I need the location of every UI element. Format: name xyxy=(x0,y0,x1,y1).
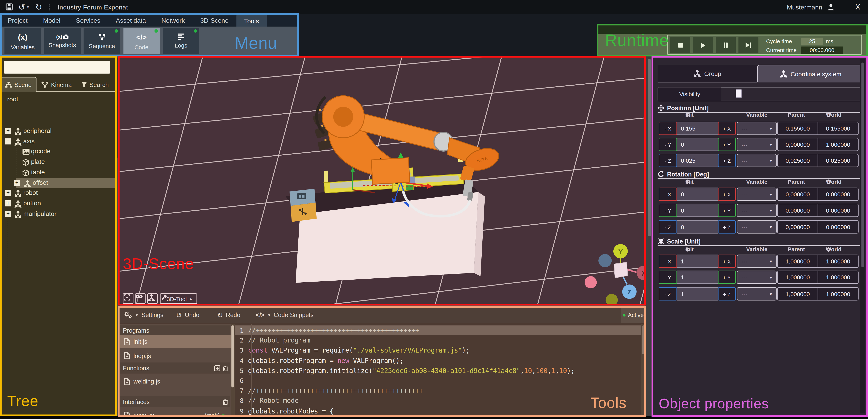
init-value-input[interactable]: 0 xyxy=(677,220,718,233)
file-item-welding.js[interactable]: welding.js xyxy=(120,375,230,388)
file-group-functions[interactable]: Functions xyxy=(120,362,230,374)
code-line-9[interactable]: 9▾globals.robotModes = { xyxy=(235,406,646,416)
save-icon[interactable] xyxy=(5,3,12,10)
file-item-asset.js[interactable]: asset.js(mqtt) xyxy=(120,408,230,415)
code-line-4[interactable]: 4globals.robotProgram = new VALProgram()… xyxy=(235,356,646,366)
decrement-z-button[interactable]: - Z xyxy=(659,220,677,233)
code-line-1[interactable]: 1//+++++++++++++++++++++++++++++++++++++… xyxy=(235,325,646,335)
increment-x-button[interactable]: + X xyxy=(718,122,736,135)
play-button[interactable] xyxy=(693,37,713,53)
init-value-input[interactable]: 0 xyxy=(677,204,718,217)
code-line-8[interactable]: 8// Robot mode xyxy=(235,396,646,406)
tree-tab-search[interactable]: Search xyxy=(76,77,113,92)
tree-expander[interactable]: − xyxy=(5,138,11,144)
variable-dropdown[interactable]: ---▼ xyxy=(737,255,777,268)
increment-y-button[interactable]: + Y xyxy=(718,138,736,151)
fold-marker[interactable]: ▾ xyxy=(248,409,250,413)
variable-dropdown[interactable]: ---▼ xyxy=(737,204,777,217)
tree-item-axis[interactable]: −axis xyxy=(0,136,117,147)
init-value-input[interactable]: 1 xyxy=(677,287,718,300)
tree-item-plate[interactable]: plate xyxy=(0,157,117,167)
increment-x-button[interactable]: + X xyxy=(718,255,736,268)
tree-item-table[interactable]: table xyxy=(0,168,117,178)
menu-tab-network[interactable]: Network xyxy=(154,14,192,27)
variable-dropdown[interactable]: ---▼ xyxy=(737,220,777,233)
decrement-y-button[interactable]: - Y xyxy=(659,271,677,284)
step-forward-button[interactable] xyxy=(738,37,758,53)
code-editor[interactable]: 1//+++++++++++++++++++++++++++++++++++++… xyxy=(235,324,646,416)
file-item-init.js[interactable]: init.js xyxy=(120,335,235,348)
visibility-checkbox[interactable] xyxy=(736,89,742,98)
menu-tab-tools[interactable]: Tools xyxy=(236,14,267,28)
properties-tab-group[interactable]: Group xyxy=(657,65,757,83)
variable-dropdown[interactable]: ---▼ xyxy=(737,271,777,284)
user-name[interactable]: Mustermann xyxy=(787,4,822,10)
code-snippets-menu[interactable]: </>▼ Code Snippets xyxy=(256,307,314,323)
increment-z-button[interactable]: + Z xyxy=(718,220,736,233)
tree-expander[interactable]: + xyxy=(14,180,20,186)
increment-z-button[interactable]: + Z xyxy=(718,287,736,300)
tree-expander[interactable]: + xyxy=(5,128,11,134)
init-value-input[interactable]: 0 xyxy=(677,138,718,151)
tree-expander[interactable]: + xyxy=(5,200,11,206)
decrement-z-button[interactable]: - Z xyxy=(659,154,677,167)
tree-tab-scene[interactable]: Scene xyxy=(0,77,37,92)
code-line-6[interactable]: 6 xyxy=(235,376,646,386)
close-button[interactable]: X xyxy=(856,3,860,11)
file-group-programs[interactable]: Programs xyxy=(120,325,230,335)
variable-dropdown[interactable]: ---▼ xyxy=(737,154,777,167)
settings-menu[interactable]: ▼ Settings xyxy=(124,307,163,323)
menu-tab-project[interactable]: Project xyxy=(0,14,35,27)
sequence-tool-button[interactable]: Sequence xyxy=(84,28,120,54)
increment-z-button[interactable]: + Z xyxy=(718,154,736,167)
properties-tab-coordinate-system[interactable]: Coordinate system xyxy=(757,65,864,83)
3d-tool-dropdown[interactable]: 3D-Tool ▲ xyxy=(160,293,197,304)
code-line-2[interactable]: 2// Robot program xyxy=(235,335,646,346)
init-value-input[interactable]: 1 xyxy=(677,255,718,268)
file-group-interfaces[interactable]: Interfaces xyxy=(120,396,230,407)
gamepad-button[interactable] xyxy=(135,293,146,304)
tree-scrollbar[interactable] xyxy=(116,56,120,416)
variable-dropdown[interactable]: ---▼ xyxy=(737,287,777,300)
code-tool-button[interactable]: </>Code xyxy=(123,28,160,54)
stop-button[interactable] xyxy=(671,37,690,53)
tree-item-offset[interactable]: +offset xyxy=(16,178,117,188)
tree-item-robot[interactable]: +robot xyxy=(0,188,117,198)
menu-tab-model[interactable]: Model xyxy=(35,14,68,27)
decrement-y-button[interactable]: - Y xyxy=(659,204,677,217)
init-value-input[interactable]: 0.025 xyxy=(677,154,718,167)
variable-dropdown[interactable]: ---▼ xyxy=(737,138,777,151)
code-line-7[interactable]: 7//+++++++++++++++++++++++++++++++++++++… xyxy=(235,386,646,396)
decrement-x-button[interactable]: - X xyxy=(659,188,677,201)
file-item-loop.js[interactable]: loop.js xyxy=(120,349,230,362)
fit-view-button[interactable] xyxy=(123,293,133,304)
trash-icon[interactable] xyxy=(222,365,228,371)
code-line-3[interactable]: 3const VALProgram = require("./val-solve… xyxy=(235,346,646,356)
init-value-input[interactable]: 1 xyxy=(677,271,718,284)
file-list-scrollbar[interactable] xyxy=(231,324,235,416)
redo-icon[interactable]: ↻ xyxy=(35,3,42,11)
variable-dropdown[interactable]: ---▼ xyxy=(737,188,777,201)
decrement-z-button[interactable]: - Z xyxy=(659,287,677,300)
trash-icon[interactable] xyxy=(222,399,228,405)
tree-item-manipulator[interactable]: +manipulator xyxy=(0,209,117,219)
increment-x-button[interactable]: + X xyxy=(718,188,736,201)
tree-tab-kinema[interactable]: Kinema xyxy=(37,77,76,92)
work-table[interactable] xyxy=(286,176,485,283)
decrement-x-button[interactable]: - X xyxy=(659,255,677,268)
init-value-input[interactable]: 0.155 xyxy=(677,122,718,135)
tree-search-input[interactable] xyxy=(4,61,110,74)
add-icon[interactable] xyxy=(214,365,220,371)
logs-tool-button[interactable]: Logs xyxy=(163,28,199,54)
code-line-5[interactable]: 5globals.robotProgram.initialize("4225dd… xyxy=(235,366,646,376)
variables-tool-button[interactable]: (x)Variables xyxy=(4,28,41,54)
scene-canvas[interactable]: KUKA Y X Z xyxy=(120,57,645,305)
tree-expander[interactable]: + xyxy=(5,211,11,217)
init-value-input[interactable]: 0 xyxy=(677,188,718,201)
pause-button[interactable] xyxy=(716,37,736,53)
tree-expander[interactable]: + xyxy=(5,190,11,196)
undo-icon[interactable]: ↺▼ xyxy=(18,3,30,11)
user-icon[interactable] xyxy=(828,4,834,10)
cycle-time-input[interactable]: 25 xyxy=(801,37,823,44)
tree-root-node[interactable]: root xyxy=(7,96,18,102)
